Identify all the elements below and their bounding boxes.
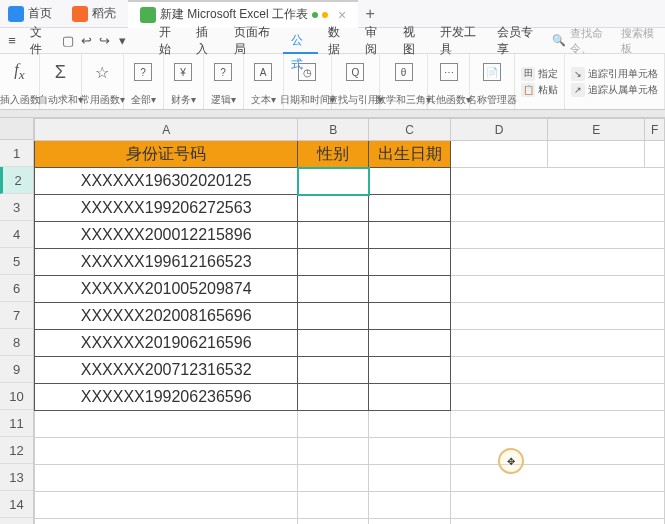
cell[interactable] <box>451 195 665 222</box>
cell-selected[interactable] <box>298 168 369 195</box>
cell[interactable] <box>298 465 369 492</box>
save-icon[interactable]: ▢ <box>60 31 76 51</box>
menu-data[interactable]: 数据 <box>320 24 355 58</box>
cell[interactable] <box>451 141 548 168</box>
ribbon-insert-function[interactable]: fx插入函数 <box>0 54 40 109</box>
ribbon-trace-precedents[interactable]: ↘追踪引用单元格 <box>571 67 658 81</box>
cell[interactable] <box>35 492 298 519</box>
col-header[interactable]: F <box>645 119 665 141</box>
cell[interactable] <box>451 222 665 249</box>
cell[interactable] <box>451 465 665 492</box>
ribbon-text[interactable]: A文本▾ <box>244 54 284 109</box>
row-header[interactable]: 2 <box>0 167 33 194</box>
cell[interactable] <box>369 384 451 411</box>
cell[interactable] <box>451 438 665 465</box>
ribbon-finance[interactable]: ¥财务▾ <box>164 54 204 109</box>
cell[interactable] <box>369 492 451 519</box>
cell[interactable] <box>369 222 451 249</box>
ribbon-math[interactable]: θ数学和三角▾ <box>380 54 428 109</box>
row-header[interactable]: 1 <box>0 140 33 167</box>
ribbon-datetime[interactable]: ◷日期和时间▾ <box>284 54 332 109</box>
menu-pagelayout[interactable]: 页面布局 <box>226 24 281 58</box>
row-header[interactable]: 10 <box>0 383 33 410</box>
ribbon-trace-dependents[interactable]: ↗追踪从属单元格 <box>571 83 658 97</box>
redo-icon[interactable]: ↪ <box>96 31 112 51</box>
cell[interactable]: XXXXXX199612166523 <box>35 249 298 276</box>
cell[interactable] <box>451 168 665 195</box>
cell[interactable] <box>298 195 369 222</box>
cell[interactable] <box>298 222 369 249</box>
select-all-corner[interactable] <box>0 118 33 140</box>
col-header[interactable]: C <box>369 119 451 141</box>
cell[interactable]: 出生日期 <box>369 141 451 168</box>
menu-view[interactable]: 视图 <box>395 24 430 58</box>
cell[interactable] <box>298 357 369 384</box>
row-header[interactable]: 8 <box>0 329 33 356</box>
cell[interactable] <box>548 141 645 168</box>
cell[interactable] <box>298 519 369 525</box>
ribbon-common-fn[interactable]: ☆常用函数▾ <box>82 54 124 109</box>
ribbon-assign[interactable]: 田指定 <box>521 67 558 81</box>
ribbon-paste[interactable]: 📋粘贴 <box>521 83 558 97</box>
cell[interactable]: XXXXXX200012215896 <box>35 222 298 249</box>
cell[interactable] <box>298 276 369 303</box>
menu-file[interactable]: 文件 <box>22 24 57 58</box>
cell[interactable]: XXXXXX202008165696 <box>35 303 298 330</box>
menu-review[interactable]: 审阅 <box>357 24 392 58</box>
tab-shell[interactable]: 稻壳 <box>60 0 128 28</box>
row-header[interactable]: 14 <box>0 491 33 518</box>
cell[interactable] <box>35 438 298 465</box>
menu-icon[interactable]: ≡ <box>4 31 20 51</box>
cell[interactable]: 性别 <box>298 141 369 168</box>
cell[interactable] <box>451 384 665 411</box>
cell[interactable] <box>35 465 298 492</box>
menu-devtools[interactable]: 开发工具 <box>432 24 487 58</box>
row-header[interactable]: 6 <box>0 275 33 302</box>
grid-area[interactable]: A B C D E F 身份证号码 性别 出生日期 XXXXXX19630202… <box>34 118 665 524</box>
cell[interactable] <box>369 330 451 357</box>
cell[interactable] <box>369 168 451 195</box>
cell[interactable]: XXXXXX199206272563 <box>35 195 298 222</box>
cell[interactable] <box>451 492 665 519</box>
cell[interactable] <box>451 519 665 525</box>
cell[interactable] <box>298 249 369 276</box>
cell[interactable]: XXXXXX196302020125 <box>35 168 298 195</box>
ribbon-lookup[interactable]: Q查找与引用▾ <box>332 54 380 109</box>
cell[interactable]: XXXXXX200712316532 <box>35 357 298 384</box>
cell[interactable]: XXXXXX199206236596 <box>35 384 298 411</box>
cell[interactable] <box>369 276 451 303</box>
undo-icon[interactable]: ↩ <box>78 31 94 51</box>
menu-formula[interactable]: 公式 <box>283 28 318 54</box>
ribbon-name-manager[interactable]: 📄名称管理器 <box>470 54 515 109</box>
col-header[interactable]: E <box>548 119 645 141</box>
cell[interactable] <box>451 411 665 438</box>
cell[interactable] <box>298 330 369 357</box>
search-commands[interactable]: 🔍查找命令、 <box>548 26 615 56</box>
cell[interactable]: 身份证号码 <box>35 141 298 168</box>
cell[interactable] <box>298 303 369 330</box>
row-header[interactable]: 9 <box>0 356 33 383</box>
menu-start[interactable]: 开始 <box>151 24 186 58</box>
cell[interactable] <box>451 357 665 384</box>
row-header[interactable]: 5 <box>0 248 33 275</box>
cell[interactable] <box>645 141 665 168</box>
cell[interactable] <box>298 384 369 411</box>
cell[interactable] <box>451 330 665 357</box>
cell[interactable] <box>369 357 451 384</box>
dropdown-icon[interactable]: ▾ <box>114 31 130 51</box>
row-header[interactable]: 3 <box>0 194 33 221</box>
close-icon[interactable]: × <box>338 7 346 23</box>
row-header[interactable]: 11 <box>0 410 33 437</box>
add-tab-button[interactable]: + <box>358 5 382 23</box>
col-header[interactable]: A <box>35 119 298 141</box>
ribbon-logic[interactable]: ?逻辑▾ <box>204 54 244 109</box>
cell[interactable] <box>451 276 665 303</box>
col-header[interactable]: B <box>298 119 369 141</box>
cell[interactable] <box>369 303 451 330</box>
cell[interactable] <box>298 411 369 438</box>
ribbon-all-fn[interactable]: ?全部▾ <box>124 54 164 109</box>
cell[interactable] <box>369 519 451 525</box>
ribbon-other-fn[interactable]: ⋯其他函数▾ <box>428 54 470 109</box>
cell[interactable] <box>451 303 665 330</box>
row-header[interactable]: 4 <box>0 221 33 248</box>
